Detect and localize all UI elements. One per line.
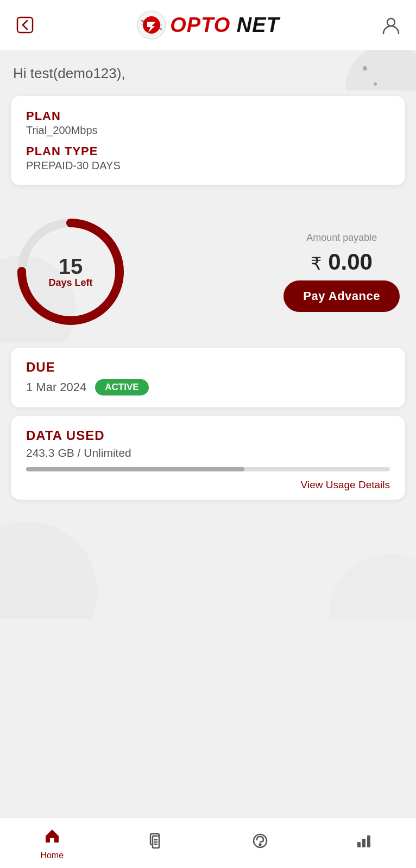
bills-icon [147, 832, 165, 853]
back-button[interactable] [13, 13, 37, 37]
days-number: 15 [48, 256, 92, 277]
rupee-symbol: ₹ [311, 254, 322, 273]
nav-item-support[interactable] [238, 832, 282, 856]
svg-point-5 [387, 18, 395, 26]
due-card: DUE 1 Mar 2024 ACTIVE [11, 348, 405, 407]
data-progress-bar [26, 467, 390, 471]
svg-rect-17 [367, 835, 370, 847]
greeting-area: Hi test(demo123), [0, 50, 416, 91]
view-usage-link[interactable]: View Usage Details [26, 479, 390, 491]
nav-home-label: Home [40, 851, 64, 860]
support-icon [251, 832, 269, 853]
logo-text: OPTO NET [170, 14, 280, 37]
home-icon [43, 827, 61, 848]
svg-rect-16 [362, 839, 365, 847]
bg-decor-circle [345, 50, 416, 91]
days-circle: 15 Days Left [11, 212, 130, 331]
data-progress-fill [26, 467, 244, 471]
circle-center: 15 Days Left [48, 256, 92, 289]
data-value: 243.3 GB / Unlimited [26, 446, 390, 459]
bg-decor-dot2 [374, 82, 377, 86]
data-label: DATA USED [26, 428, 390, 443]
bg-decor-dot [363, 66, 367, 71]
header: OPTO NET [0, 0, 416, 50]
active-badge: ACTIVE [95, 379, 148, 395]
greeting-text: Hi test(demo123), [13, 65, 125, 81]
data-card: DATA USED 243.3 GB / Unlimited View Usag… [11, 416, 405, 500]
due-label: DUE [26, 360, 390, 375]
plan-value: Trial_200Mbps [26, 124, 390, 137]
profile-button[interactable] [379, 13, 403, 37]
plan-type-label: PLAN TYPE [26, 144, 390, 158]
amount-number: 0.00 [328, 249, 373, 275]
bottom-nav: Home [0, 817, 416, 868]
svg-rect-15 [357, 842, 361, 847]
plan-card: PLAN Trial_200Mbps PLAN TYPE PREPAID-30 … [11, 96, 405, 185]
days-payment-section: 15 Days Left Amount payable ₹ 0.00 Pay A… [0, 196, 416, 342]
svg-rect-0 [17, 17, 33, 33]
amount-payable-label: Amount payable [306, 232, 377, 244]
nav-item-home[interactable]: Home [30, 827, 74, 860]
due-date: 1 Mar 2024 [26, 380, 86, 394]
reports-icon [355, 832, 373, 853]
pay-advance-button[interactable]: Pay Advance [283, 280, 400, 312]
plan-type-value: PREPAID-30 DAYS [26, 159, 390, 172]
due-row: 1 Mar 2024 ACTIVE [26, 379, 390, 395]
spacer [0, 510, 416, 619]
bg-decor-large [0, 521, 98, 619]
days-label: Days Left [48, 277, 92, 289]
logo: OPTO NET [136, 10, 280, 40]
bg-decor-large2 [329, 554, 416, 619]
svg-point-14 [259, 844, 261, 846]
plan-label: PLAN [26, 109, 390, 123]
payment-info: Amount payable ₹ 0.00 Pay Advance [283, 232, 400, 312]
nav-item-reports[interactable] [342, 832, 386, 856]
nav-item-bills[interactable] [134, 832, 178, 856]
amount-value: ₹ 0.00 [311, 249, 372, 275]
